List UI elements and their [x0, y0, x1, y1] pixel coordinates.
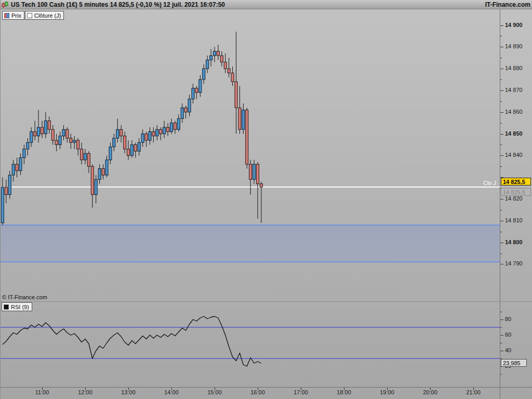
rsi-legend-label: RSI (9) — [11, 304, 29, 310]
axis-tick — [500, 199, 503, 200]
candle — [62, 125, 65, 140]
price-axis[interactable]: 14 825,5 14 825,5 23,985 14 90014 89014 … — [500, 9, 532, 387]
candle — [77, 138, 79, 155]
time-tick-label: 17:00 — [294, 389, 308, 395]
axis-tick — [500, 335, 503, 336]
rsi-chart — [1, 301, 500, 387]
axis-tick — [500, 144, 502, 145]
time-tick-label: 15:00 — [207, 389, 222, 395]
cloture-overlay-icon — [27, 13, 32, 18]
candle — [51, 125, 54, 145]
candle — [152, 127, 155, 142]
axis-tick — [500, 58, 502, 58]
price-tick-label: 14 890 — [505, 43, 523, 49]
price-tick-label: 14 850 — [505, 130, 523, 137]
candle — [59, 131, 61, 149]
axis-tick — [500, 25, 503, 26]
watermark: © IT-Finance.com — [2, 294, 47, 300]
rsi-legend-button[interactable]: RSI (9) — [2, 302, 32, 311]
axis-tick — [500, 112, 503, 113]
axis-tick — [500, 351, 503, 351]
time-tick-label: 11:00 — [35, 389, 49, 395]
rsi-value-label: 23,985 — [501, 359, 527, 367]
candle — [105, 155, 108, 177]
candle — [138, 138, 140, 155]
brand-link[interactable]: IT-Finance.com — [485, 1, 530, 8]
candle — [127, 140, 129, 160]
candle — [19, 153, 22, 175]
cloture-overlay-button[interactable]: Clôture (J) — [25, 11, 64, 20]
candle — [220, 51, 223, 66]
candle — [260, 182, 262, 223]
time-tick-label: 12:00 — [78, 389, 92, 395]
candle — [192, 84, 194, 103]
candle — [16, 158, 18, 178]
axis-tick — [500, 79, 502, 80]
window-title: US Tech 100 Cash (1€) 5 minutes 14 825,5… — [11, 1, 225, 8]
candle — [98, 164, 101, 184]
price-tick-label: 14 810 — [505, 217, 523, 223]
candle — [238, 86, 241, 134]
candle — [84, 149, 86, 164]
candle — [116, 118, 119, 142]
time-tick-label: 21:00 — [466, 389, 481, 395]
candle — [23, 144, 25, 164]
candle — [145, 131, 148, 147]
candle — [48, 116, 50, 134]
pane-separator[interactable] — [1, 301, 532, 302]
cloture-overlay-label: Clôture (J) — [34, 12, 61, 19]
candle — [91, 164, 94, 208]
app-icon — [2, 1, 9, 8]
candle — [203, 64, 205, 84]
candle — [30, 127, 33, 147]
candle — [87, 151, 90, 173]
candle — [249, 160, 252, 195]
candle — [188, 95, 191, 116]
candle — [73, 136, 76, 149]
axis-tick — [500, 254, 502, 254]
candle — [167, 123, 169, 136]
candle — [109, 142, 112, 164]
candle — [231, 66, 234, 86]
candle — [228, 58, 230, 77]
candle — [113, 134, 115, 151]
time-tick-label: 19:00 — [380, 389, 394, 395]
axis-tick — [500, 123, 502, 124]
axis-tick — [500, 327, 502, 328]
candle — [235, 32, 237, 134]
price-chart-pane[interactable] — [1, 9, 500, 301]
candle — [217, 45, 219, 60]
rsi-tick-label: 60 — [505, 331, 511, 338]
rsi-legend-icon — [4, 304, 9, 310]
axis-tick — [500, 101, 502, 102]
candle — [170, 118, 172, 134]
price-series-button[interactable]: Prix — [2, 11, 24, 20]
candle — [66, 127, 69, 142]
candlestick-chart — [1, 9, 500, 301]
candle — [174, 121, 176, 134]
candle — [256, 162, 259, 219]
candle — [120, 125, 123, 142]
time-tick-label: 13:00 — [121, 389, 136, 395]
candle — [210, 49, 212, 66]
candle — [242, 103, 245, 134]
axis-tick — [500, 134, 503, 135]
candle — [8, 171, 11, 199]
axis-tick — [500, 69, 503, 69]
price-series-icon — [4, 13, 9, 18]
time-axis[interactable]: 11:0012:0013:0014:0015:0016:0017:0018:00… — [1, 388, 500, 399]
clo-j-line-label: Clo J — [483, 180, 496, 186]
rsi-indicator-pane[interactable] — [1, 301, 500, 387]
rsi-tick-label: 40 — [505, 347, 511, 353]
candle — [44, 112, 47, 138]
app-window: US Tech 100 Cash (1€) 5 minutes 14 825,5… — [0, 0, 532, 399]
candle — [163, 121, 166, 138]
axis-tick — [500, 90, 503, 91]
axis-tick — [500, 264, 503, 264]
candle — [12, 160, 15, 182]
price-tick-label: 14 800 — [505, 239, 523, 245]
axis-tick — [500, 166, 502, 167]
candle — [184, 105, 187, 118]
axis-tick — [500, 232, 502, 232]
support-zone — [1, 225, 500, 262]
